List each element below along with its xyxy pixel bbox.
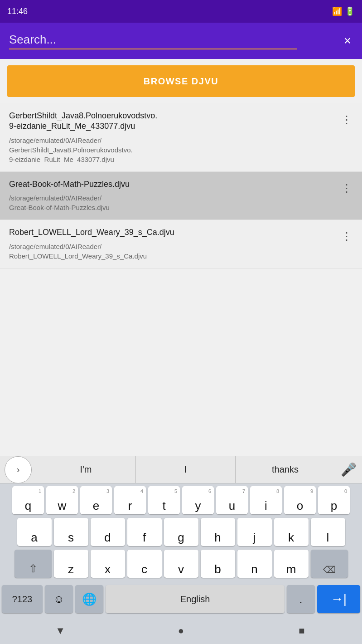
globe-icon: 🌐 [82, 592, 97, 606]
emoji-icon: ☺ [53, 593, 65, 605]
status-icons: 📶 🔋 [332, 6, 355, 16]
key-o[interactable]: 9o [284, 486, 316, 514]
browse-djvu-button[interactable]: BROWSE DJVU [7, 65, 355, 97]
microphone-icon: 🎤 [341, 462, 357, 477]
search-clear-button[interactable]: × [342, 32, 353, 50]
voice-input-button[interactable]: 🎤 [335, 456, 362, 483]
key-m[interactable]: m [274, 550, 309, 578]
language-label: English [180, 594, 210, 605]
suggestion-expand-button[interactable]: › [5, 456, 32, 483]
key-z[interactable]: z [54, 550, 88, 578]
backspace-icon: ⌫ [323, 564, 336, 575]
key-q[interactable]: 1q [12, 486, 44, 514]
nav-bar: ▼ ● ■ [0, 617, 362, 644]
recent-icon: ■ [299, 625, 304, 637]
chevron-right-icon: › [17, 464, 20, 475]
signal-icon: 📶 [332, 6, 342, 16]
file-menu-button[interactable]: ⋮ [338, 112, 355, 128]
enter-key[interactable]: →| [317, 585, 360, 613]
key-r[interactable]: 4r [114, 486, 146, 514]
file-name: Robert_LOWELL_Lord_Weary_39_s_Ca.djvu [9, 227, 338, 238]
language-key[interactable]: English [106, 585, 285, 613]
key-w[interactable]: 2w [46, 486, 78, 514]
suggestion-item[interactable]: I [136, 456, 236, 483]
period-label: . [299, 592, 303, 606]
suggestion-items: I'm I thanks [36, 456, 335, 483]
file-item[interactable]: Robert_LOWELL_Lord_Weary_39_s_Ca.djvu /s… [0, 220, 362, 268]
key-row-3: ⇧ z x c v b n m ⌫ [2, 550, 360, 578]
key-k[interactable]: k [274, 518, 309, 546]
home-button[interactable]: ● [163, 622, 199, 640]
file-item[interactable]: GerbertShildt_Java8.Polnoerukovodstvo.9-… [0, 103, 362, 172]
key-l[interactable]: l [311, 518, 345, 546]
home-icon: ● [178, 625, 184, 637]
key-y[interactable]: 6y [182, 486, 214, 514]
key-rows: 1q 2w 3e 4r 5t 6y 7u 8i 9o 0p a s d f g … [0, 483, 362, 583]
recent-apps-button[interactable]: ■ [284, 622, 320, 640]
search-input-container [9, 33, 337, 49]
search-underline [9, 49, 297, 49]
file-list: GerbertShildt_Java8.Polnoerukovodstvo.9-… [0, 103, 362, 268]
file-path: /storage/emulated/0/AIReader/GerbertShil… [9, 136, 338, 164]
keyboard: › I'm I thanks 🎤 1q 2w 3e 4r 5t 6y 7u [0, 456, 362, 644]
status-time: 11:46 [7, 7, 28, 16]
shift-key[interactable]: ⇧ [14, 550, 52, 578]
key-u[interactable]: 7u [216, 486, 248, 514]
period-key[interactable]: . [287, 585, 315, 613]
file-info: GerbertShildt_Java8.Polnoerukovodstvo.9-… [9, 111, 338, 164]
key-b[interactable]: b [201, 550, 235, 578]
key-d[interactable]: d [91, 518, 125, 546]
shift-icon: ⇧ [29, 562, 38, 575]
file-menu-button[interactable]: ⋮ [338, 228, 355, 244]
num-sym-label: ?123 [12, 594, 33, 605]
key-e[interactable]: 3e [80, 486, 112, 514]
battery-icon: 🔋 [345, 6, 355, 16]
suggestions-row: › I'm I thanks 🎤 [0, 456, 362, 483]
search-bar: × [0, 23, 362, 59]
search-input[interactable] [9, 33, 337, 47]
emoji-key[interactable]: ☺ [45, 585, 73, 613]
key-j[interactable]: j [237, 518, 272, 546]
key-h[interactable]: h [201, 518, 235, 546]
suggestion-item[interactable]: I'm [36, 456, 136, 483]
key-g[interactable]: g [164, 518, 198, 546]
key-p[interactable]: 0p [318, 486, 350, 514]
file-menu-button[interactable]: ⋮ [338, 180, 355, 196]
enter-icon: →| [331, 592, 347, 606]
key-row-1: 1q 2w 3e 4r 5t 6y 7u 8i 9o 0p [2, 486, 360, 514]
key-i[interactable]: 8i [250, 486, 282, 514]
back-button[interactable]: ▼ [42, 622, 78, 640]
status-bar: 11:46 📶 🔋 [0, 0, 362, 23]
back-icon: ▼ [55, 625, 65, 637]
file-item[interactable]: Great-Book-of-Math-Puzzles.djvu /storage… [0, 172, 362, 220]
key-c[interactable]: c [127, 550, 162, 578]
num-sym-key[interactable]: ?123 [2, 585, 43, 613]
suggestion-item[interactable]: thanks [236, 456, 335, 483]
key-v[interactable]: v [164, 550, 198, 578]
keyboard-bottom-row: ?123 ☺ 🌐 English . →| [0, 583, 362, 617]
key-row-2: a s d f g h j k l [2, 518, 360, 546]
file-name: Great-Book-of-Math-Puzzles.djvu [9, 179, 338, 190]
file-path: /storage/emulated/0/AIReader/Robert_LOWE… [9, 242, 338, 261]
key-s[interactable]: s [54, 518, 88, 546]
file-info: Robert_LOWELL_Lord_Weary_39_s_Ca.djvu /s… [9, 227, 338, 260]
key-t[interactable]: 5t [148, 486, 180, 514]
globe-key[interactable]: 🌐 [75, 585, 103, 613]
browse-djvu-label: BROWSE DJVU [144, 76, 218, 87]
file-path: /storage/emulated/0/AIReader/Great-Book-… [9, 193, 338, 212]
key-x[interactable]: x [91, 550, 125, 578]
file-name: GerbertShildt_Java8.Polnoerukovodstvo.9-… [9, 111, 338, 132]
key-n[interactable]: n [237, 550, 272, 578]
backspace-key[interactable]: ⌫ [311, 550, 348, 578]
file-info: Great-Book-of-Math-Puzzles.djvu /storage… [9, 179, 338, 212]
key-f[interactable]: f [127, 518, 162, 546]
key-a[interactable]: a [17, 518, 52, 546]
